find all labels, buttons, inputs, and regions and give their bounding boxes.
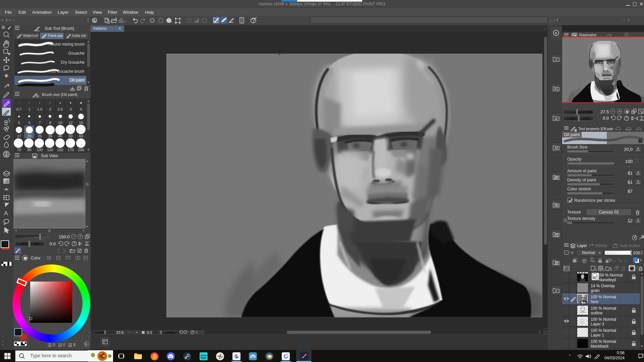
svg-text:A: A	[4, 210, 8, 217]
